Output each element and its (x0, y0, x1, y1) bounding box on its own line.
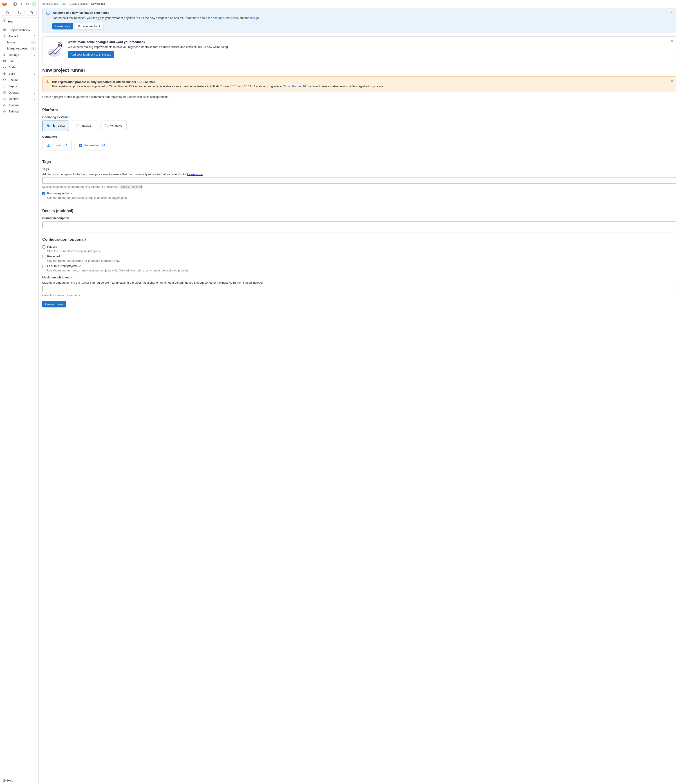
sidebar-item-build[interactable]: Build ⌄ (0, 71, 38, 77)
platform-label: Kubernetes (84, 143, 99, 147)
close-icon[interactable]: ✕ (669, 10, 674, 15)
user-avatar[interactable] (31, 2, 37, 7)
plus-icon[interactable] (19, 2, 24, 7)
checkbox-label: Run untagged jobs (47, 192, 72, 195)
add-feedback-button[interactable]: Add your feedback to this issue (68, 51, 114, 58)
link-vision[interactable]: vision (230, 16, 238, 20)
section-platform: Platform Operating systems Linux macOS W (42, 103, 677, 150)
project-name: test (8, 20, 13, 23)
sidebar-item-analyze[interactable]: Analyze ⌄ (0, 102, 38, 108)
svg-point-42 (54, 124, 54, 125)
nav-label: Pinned (9, 35, 17, 38)
svg-point-44 (80, 145, 81, 146)
chevron-down-icon: ⌄ (33, 104, 36, 107)
learn-more-link[interactable]: Learn more. (187, 173, 203, 176)
chevron-down-icon: ⌄ (33, 66, 36, 69)
paused-checkbox[interactable] (42, 246, 46, 249)
lock-checkbox[interactable] (42, 265, 46, 268)
rocket-icon (3, 84, 6, 88)
merge-request-icon[interactable] (14, 10, 25, 16)
timeout-input[interactable] (42, 286, 677, 292)
platform-kubernetes[interactable]: Kubernetes (74, 140, 109, 150)
link-changes[interactable]: changes (213, 16, 224, 20)
close-icon[interactable]: ✕ (669, 79, 674, 83)
paused-row: Paused (42, 245, 677, 249)
help-label: Help (7, 779, 13, 782)
warning-icon (46, 80, 49, 83)
sidebar-item-code[interactable]: Code ⌄ (0, 64, 38, 71)
sidebar-item-operate[interactable]: Operate ⌄ (0, 89, 38, 96)
overview-icon (3, 28, 6, 32)
nav-label: Plan (9, 59, 14, 63)
sidebar-collapse-icon[interactable] (13, 2, 18, 7)
platform-windows[interactable]: Windows (101, 121, 127, 131)
description-label: Runner description (42, 216, 677, 220)
radio-linux[interactable] (47, 124, 50, 127)
protected-checkbox[interactable] (42, 255, 46, 258)
run-untagged-checkbox[interactable] (42, 192, 46, 195)
platform-docker[interactable]: Docker (42, 140, 71, 150)
platform-label: Windows (110, 124, 122, 127)
platform-macos[interactable]: macOS (72, 121, 98, 131)
sidebar-item-secure[interactable]: Secure ⌄ (0, 77, 38, 83)
nav-label: Issues (7, 41, 16, 44)
nav-label: Deploy (9, 85, 17, 88)
radio-macos[interactable] (76, 124, 79, 127)
chevron-down-icon: ⌄ (33, 53, 36, 57)
sidebar-item-merge-requests[interactable]: Merge requests 0 (0, 46, 38, 52)
description-input[interactable] (42, 222, 677, 228)
checkbox-desc: Use the runner on pipelines for protecte… (42, 259, 677, 263)
external-link-icon (102, 144, 105, 146)
sidebar-item-monitor[interactable]: Monitor ⌄ (0, 96, 38, 102)
platform-linux[interactable]: Linux (42, 121, 69, 131)
chevron-down-icon: ⌄ (33, 110, 36, 113)
lock-icon (79, 265, 82, 268)
sidebar-item-overview[interactable]: Project overview (0, 27, 38, 33)
lock-row: Lock to current projects (42, 264, 677, 268)
timeout-label: Maximum job timeout (42, 276, 677, 279)
todo-icon[interactable] (26, 10, 37, 16)
breadcrumb-item[interactable]: Administrator (42, 2, 58, 5)
chevron-down-icon: ⌄ (33, 91, 36, 94)
sidebar-item-pinned[interactable]: Pinned ⌃ (0, 33, 38, 39)
sidebar-item-manage[interactable]: Manage ⌄ (0, 52, 38, 58)
close-icon[interactable]: ✕ (669, 39, 674, 43)
nav-label: Monitor (9, 97, 18, 101)
link-runner-16[interactable]: GitLab Runner 16.0 (283, 85, 308, 88)
provide-feedback-button[interactable]: Provide feedback (75, 23, 103, 30)
help-link[interactable]: Help (3, 779, 36, 782)
tags-input[interactable] (42, 177, 677, 184)
checkbox-label: Lock to current projects (47, 264, 82, 268)
link-design[interactable]: design (250, 16, 258, 20)
project-context[interactable]: T test ⌄ (0, 17, 38, 25)
sidebar-item-settings[interactable]: Settings ⌄ (0, 108, 38, 115)
nav-label: Manage (9, 53, 19, 57)
sidebar-item-deploy[interactable]: Deploy ⌄ (0, 83, 38, 89)
main-content: Administrator › test › CI/CD Settings › … (39, 0, 680, 784)
svg-rect-0 (14, 3, 16, 5)
breadcrumb-item[interactable]: CI/CD Settings (70, 2, 88, 5)
sidebar-item-plan[interactable]: Plan ⌄ (0, 58, 38, 64)
learn-more-button[interactable]: Learn more (52, 23, 73, 30)
chevron-down-icon: ⌄ (33, 78, 36, 82)
checkbox-label: Paused (47, 245, 57, 248)
svg-rect-6 (33, 3, 33, 3)
svg-rect-21 (3, 60, 6, 62)
timeout-hint: Enter the number of seconds. (42, 293, 677, 297)
sidebar-item-issues[interactable]: Issues 0 (0, 39, 38, 46)
version-warning: This registration process is only suppor… (42, 77, 677, 92)
search-icon[interactable] (25, 2, 30, 7)
breadcrumb: Administrator › test › CI/CD Settings › … (39, 0, 680, 8)
new-file-icon[interactable] (2, 10, 13, 16)
gitlab-logo[interactable] (2, 2, 7, 7)
chevron-down-icon: ⌄ (33, 85, 36, 88)
svg-line-5 (28, 5, 29, 6)
nav-label: Build (9, 72, 15, 76)
breadcrumb-item[interactable]: test (62, 2, 66, 5)
pin-icon (3, 35, 6, 38)
section-heading: Tags (42, 160, 677, 164)
section-heading: Details (optional) (42, 209, 677, 213)
radio-windows[interactable] (105, 124, 108, 127)
breadcrumb-current: New runner (91, 2, 105, 5)
create-runner-button[interactable]: Create runner (42, 301, 66, 307)
